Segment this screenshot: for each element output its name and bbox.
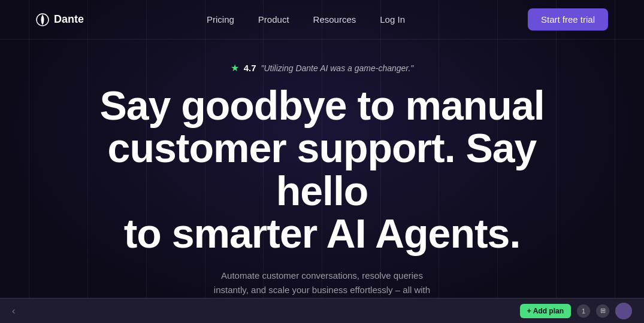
nav-pricing[interactable]: Pricing: [207, 14, 234, 25]
nav-links: Pricing Product Resources Log In: [207, 14, 405, 25]
hero-title-line1: Say goodbye to manual: [99, 83, 544, 128]
hero-title-line2: customer support. Say hello: [108, 125, 537, 213]
add-plan-button[interactable]: + Add plan: [520, 304, 571, 318]
logo-text: Dante: [54, 13, 84, 26]
nav-resources[interactable]: Resources: [313, 14, 356, 25]
nav-product[interactable]: Product: [258, 14, 289, 25]
navbar: Dante Pricing Product Resources Log In S…: [0, 0, 644, 39]
user-avatar[interactable]: [615, 303, 632, 319]
logo[interactable]: Dante: [36, 13, 84, 26]
nav-login[interactable]: Log In: [380, 14, 405, 25]
hero-title-line3: to smarter AI Agents.: [124, 211, 521, 256]
dante-logo-icon: [36, 13, 49, 26]
rating-row: ★ 4.7 "Utilizing Dante AI was a game-cha…: [231, 62, 414, 74]
rating-score: 4.7: [244, 63, 256, 73]
notification-icon[interactable]: 1: [577, 304, 590, 318]
hero-section: ★ 4.7 "Utilizing Dante AI was a game-cha…: [0, 39, 644, 323]
bottom-bar: ‹ + Add plan 1 ⊞: [0, 298, 644, 323]
hero-title: Say goodbye to manual customer support. …: [89, 84, 556, 255]
star-icon: ★: [231, 62, 239, 74]
bottom-bar-left: ‹: [12, 306, 15, 316]
notification-count: 1: [582, 307, 585, 315]
navbar-cta-button[interactable]: Start free trial: [528, 8, 608, 31]
rating-quote: "Utilizing Dante AI was a game-changer.": [261, 63, 414, 73]
grid-icon[interactable]: ⊞: [596, 304, 609, 318]
bottom-bar-right: + Add plan 1 ⊞: [520, 303, 632, 319]
back-icon[interactable]: ‹: [12, 306, 15, 316]
